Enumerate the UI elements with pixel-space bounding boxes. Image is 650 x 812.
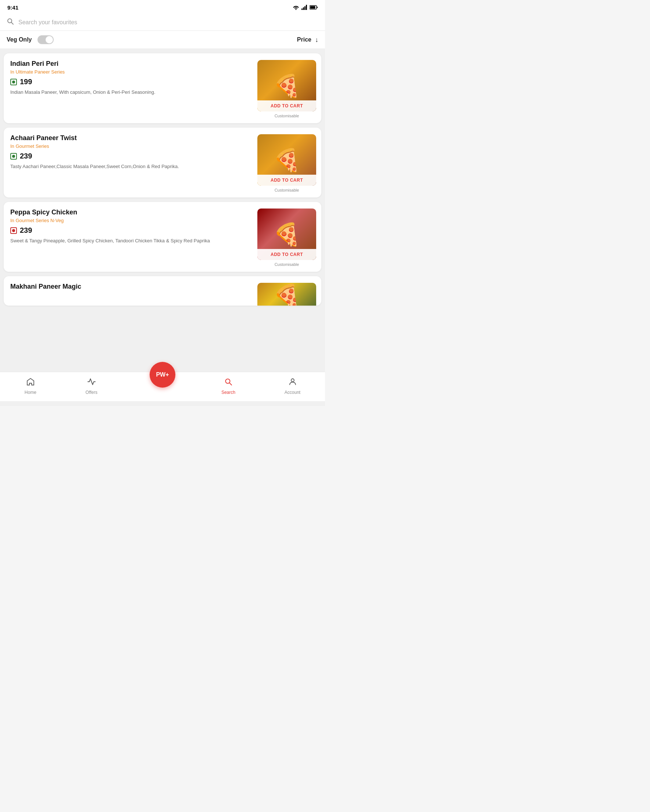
- svg-rect-2: [304, 6, 305, 10]
- pizza-name-3: Peppa Spicy Chicken: [10, 209, 253, 216]
- signal-icon: [302, 5, 307, 10]
- price-row-2: 239: [10, 152, 253, 160]
- nav-item-search[interactable]: Search: [221, 377, 235, 395]
- android-dock: PW: [0, 401, 325, 406]
- customisable-label-2: Customisable: [275, 188, 299, 192]
- pizza-card-4-partial: Makhani Paneer Magic 🍕: [4, 276, 321, 305]
- search-bar[interactable]: Search your favourites: [0, 14, 325, 31]
- card-image-wrap-2: 🍕 ADD TO CART Customisable: [257, 134, 316, 192]
- home-icon: [26, 377, 35, 388]
- add-to-cart-btn-2[interactable]: ADD TO CART: [257, 175, 316, 186]
- pizza-series-3: In Gourmet Series N-Veg: [10, 218, 253, 223]
- svg-rect-3: [306, 5, 307, 10]
- pizza-price-2: 239: [20, 152, 32, 160]
- card-info-2: Achaari Paneer Twist In Gourmet Series 2…: [10, 134, 253, 170]
- svg-rect-0: [302, 8, 302, 10]
- search-icon: [7, 18, 14, 27]
- filter-bar: Veg Only Price ↓: [0, 31, 325, 49]
- card-image-wrap-1: 🍕 ADD TO CART Customisable: [257, 60, 316, 118]
- nonveg-indicator-3: [10, 227, 17, 234]
- pizza-price-1: 199: [20, 78, 32, 86]
- status-time: 9:41: [8, 5, 18, 11]
- price-row-1: 199: [10, 78, 253, 86]
- pizza-img-emoji-4: 🍕: [257, 283, 316, 305]
- card-info-1: Indian Peri Peri In Ultimate Paneer Seri…: [10, 60, 253, 96]
- nav-label-search: Search: [221, 390, 235, 395]
- nav-item-home[interactable]: Home: [24, 377, 37, 395]
- veg-indicator-2: [10, 153, 17, 160]
- price-row-3: 239: [10, 226, 253, 235]
- search-nav-icon: [224, 377, 233, 388]
- nav-item-account[interactable]: Account: [285, 377, 301, 395]
- search-placeholder: Search your favourites: [18, 19, 77, 26]
- svg-line-10: [229, 383, 232, 385]
- add-to-cart-btn-3[interactable]: ADD TO CART: [257, 249, 316, 260]
- pizza-card-3: Peppa Spicy Chicken In Gourmet Series N-…: [4, 202, 321, 272]
- wifi-icon: [293, 5, 299, 10]
- pizza-desc-3: Sweet & Tangy Pineapple, Grilled Spicy C…: [10, 238, 253, 244]
- veg-dot-inner-1: [12, 81, 15, 84]
- pizza-image-1: 🍕 ADD TO CART: [257, 60, 316, 111]
- svg-rect-5: [310, 6, 316, 9]
- pw-plus-label: PW+: [156, 371, 169, 378]
- pizza-name-4: Makhani Paneer Magic: [10, 283, 253, 290]
- pizza-series-1: In Ultimate Paneer Series: [10, 69, 253, 75]
- nav-item-offers[interactable]: Offers: [85, 377, 97, 395]
- customisable-label-1: Customisable: [275, 114, 299, 118]
- bottom-nav: PW+ Home Offers Search: [0, 372, 325, 401]
- svg-point-11: [291, 379, 294, 382]
- svg-rect-6: [317, 7, 317, 8]
- status-bar: 9:41: [0, 0, 325, 14]
- pizza-desc-2: Tasty Aachari Paneer,Classic Masala Pane…: [10, 163, 253, 170]
- card-info-3: Peppa Spicy Chicken In Gourmet Series N-…: [10, 209, 253, 244]
- card-info-4: Makhani Paneer Magic: [10, 283, 253, 292]
- toggle-thumb: [46, 36, 53, 43]
- pw-plus-fab[interactable]: PW+: [150, 362, 175, 388]
- pizza-price-3: 239: [20, 226, 32, 235]
- nav-label-offers: Offers: [85, 390, 97, 395]
- price-sort-arrow[interactable]: ↓: [315, 36, 318, 44]
- pizza-card-2: Achaari Paneer Twist In Gourmet Series 2…: [4, 128, 321, 197]
- pizza-image-4: 🍕: [257, 283, 316, 305]
- nav-label-home: Home: [24, 390, 37, 395]
- status-icons: [293, 5, 317, 10]
- customisable-label-3: Customisable: [275, 262, 299, 267]
- pizza-card-1: Indian Peri Peri In Ultimate Paneer Seri…: [4, 53, 321, 123]
- pizza-name-2: Achaari Paneer Twist: [10, 134, 253, 142]
- account-icon: [288, 377, 297, 388]
- veg-toggle[interactable]: [38, 35, 54, 44]
- pizza-image-3: 🍕 ADD TO CART: [257, 209, 316, 260]
- add-to-cart-btn-1[interactable]: ADD TO CART: [257, 101, 316, 111]
- pizza-desc-1: Indian Masala Paneer, With capsicum, Oni…: [10, 89, 253, 96]
- veg-only-label: Veg Only: [7, 37, 32, 43]
- price-filter-label[interactable]: Price: [297, 37, 311, 43]
- pizza-series-2: In Gourmet Series: [10, 143, 253, 149]
- nav-label-account: Account: [285, 390, 301, 395]
- card-image-wrap-3: 🍕 ADD TO CART Customisable: [257, 209, 316, 267]
- pizza-list: Indian Peri Peri In Ultimate Paneer Seri…: [0, 49, 325, 372]
- nonveg-dot-inner-3: [12, 229, 15, 232]
- pizza-name-1: Indian Peri Peri: [10, 60, 253, 68]
- pizza-image-2: 🍕 ADD TO CART: [257, 134, 316, 186]
- svg-rect-1: [303, 8, 304, 10]
- svg-line-8: [11, 23, 14, 24]
- battery-icon: [310, 5, 317, 9]
- veg-indicator-1: [10, 79, 17, 85]
- card-image-wrap-4: 🍕: [257, 283, 316, 305]
- offers-icon: [87, 377, 96, 388]
- veg-dot-inner-2: [12, 155, 15, 158]
